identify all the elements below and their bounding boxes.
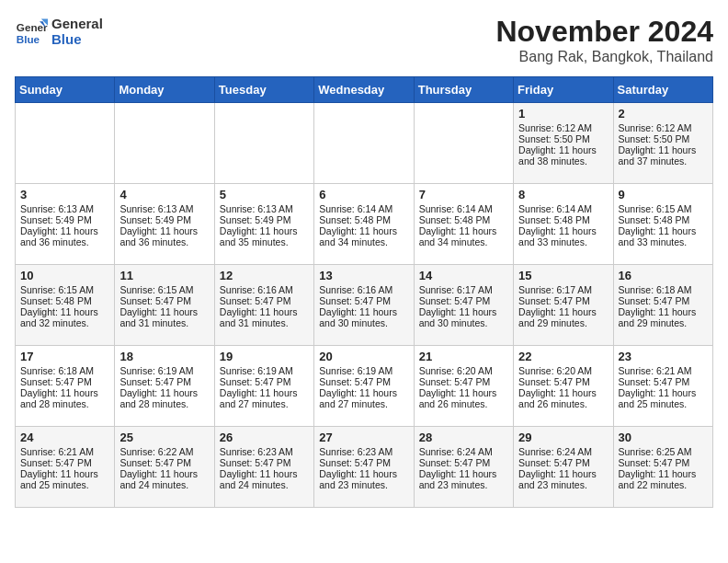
- cell-info: Sunset: 5:48 PM: [20, 295, 109, 306]
- day-number: 1: [518, 107, 608, 121]
- calendar-cell: 10Sunrise: 6:15 AMSunset: 5:48 PMDayligh…: [16, 265, 115, 346]
- cell-info: Sunset: 5:47 PM: [220, 295, 309, 306]
- calendar-cell: 13Sunrise: 6:16 AMSunset: 5:47 PMDayligh…: [314, 265, 414, 346]
- calendar-cell: 2Sunrise: 6:12 AMSunset: 5:50 PMDaylight…: [613, 103, 712, 184]
- cell-info: Sunrise: 6:20 AM: [518, 365, 608, 376]
- cell-info: Sunrise: 6:22 AM: [119, 446, 209, 457]
- cell-info: Daylight: 11 hours and 37 minutes.: [619, 144, 708, 167]
- day-number: 8: [518, 188, 608, 201]
- cell-info: Sunrise: 6:15 AM: [619, 203, 708, 214]
- week-row-2: 10Sunrise: 6:15 AMSunset: 5:48 PMDayligh…: [16, 265, 713, 346]
- calendar-cell: [16, 103, 115, 184]
- day-number: 10: [20, 269, 109, 282]
- month-title: November 2024: [495, 15, 713, 49]
- cell-info: Sunrise: 6:19 AM: [319, 365, 408, 376]
- cell-info: Sunrise: 6:24 AM: [518, 446, 608, 457]
- day-number: 15: [518, 269, 608, 282]
- cell-info: Sunset: 5:47 PM: [119, 295, 209, 306]
- calendar-cell: [314, 103, 414, 184]
- location-title: Bang Rak, Bangkok, Thailand: [495, 49, 713, 65]
- calendar-cell: 20Sunrise: 6:19 AMSunset: 5:47 PMDayligh…: [314, 346, 414, 427]
- cell-info: Daylight: 11 hours and 38 minutes.: [518, 144, 608, 167]
- title-area: November 2024 Bang Rak, Bangkok, Thailan…: [495, 15, 713, 65]
- cell-info: Sunset: 5:47 PM: [619, 295, 708, 306]
- day-number: 24: [20, 431, 109, 444]
- cell-info: Sunrise: 6:19 AM: [119, 365, 209, 376]
- cell-info: Daylight: 11 hours and 30 minutes.: [319, 306, 408, 328]
- cell-info: Sunrise: 6:13 AM: [119, 203, 209, 214]
- cell-info: Sunset: 5:47 PM: [319, 295, 408, 306]
- day-number: 7: [419, 188, 508, 201]
- calendar-cell: 19Sunrise: 6:19 AMSunset: 5:47 PMDayligh…: [214, 346, 313, 427]
- cell-info: Daylight: 11 hours and 36 minutes.: [119, 225, 209, 247]
- day-number: 4: [119, 188, 209, 201]
- calendar-cell: 14Sunrise: 6:17 AMSunset: 5:47 PMDayligh…: [414, 265, 513, 346]
- calendar-cell: 11Sunrise: 6:15 AMSunset: 5:47 PMDayligh…: [115, 265, 214, 346]
- cell-info: Daylight: 11 hours and 34 minutes.: [319, 225, 408, 247]
- cell-info: Daylight: 11 hours and 23 minutes.: [319, 468, 408, 490]
- day-number: 9: [619, 188, 708, 201]
- calendar-cell: 16Sunrise: 6:18 AMSunset: 5:47 PMDayligh…: [613, 265, 712, 346]
- cell-info: Daylight: 11 hours and 29 minutes.: [619, 306, 708, 328]
- cell-info: Sunrise: 6:13 AM: [20, 203, 109, 214]
- cell-info: Sunset: 5:48 PM: [518, 214, 608, 225]
- cell-info: Sunrise: 6:12 AM: [619, 122, 708, 133]
- cell-info: Sunset: 5:49 PM: [220, 214, 309, 225]
- day-number: 29: [518, 431, 608, 444]
- cell-info: Daylight: 11 hours and 27 minutes.: [319, 387, 408, 409]
- cell-info: Daylight: 11 hours and 35 minutes.: [220, 225, 309, 247]
- header-cell-sunday: Sunday: [16, 77, 115, 103]
- cell-info: Sunrise: 6:15 AM: [20, 284, 109, 295]
- cell-info: Daylight: 11 hours and 33 minutes.: [518, 225, 608, 247]
- week-row-3: 17Sunrise: 6:18 AMSunset: 5:47 PMDayligh…: [16, 346, 713, 427]
- cell-info: Sunrise: 6:21 AM: [619, 365, 708, 376]
- cell-info: Sunset: 5:47 PM: [319, 376, 408, 387]
- cell-info: Sunset: 5:47 PM: [419, 295, 508, 306]
- day-number: 30: [619, 431, 708, 444]
- calendar-cell: 5Sunrise: 6:13 AMSunset: 5:49 PMDaylight…: [214, 184, 313, 265]
- day-number: 20: [319, 350, 408, 363]
- cell-info: Daylight: 11 hours and 22 minutes.: [619, 468, 708, 490]
- calendar-cell: 15Sunrise: 6:17 AMSunset: 5:47 PMDayligh…: [514, 265, 613, 346]
- calendar-cell: 6Sunrise: 6:14 AMSunset: 5:48 PMDaylight…: [314, 184, 414, 265]
- week-row-0: 1Sunrise: 6:12 AMSunset: 5:50 PMDaylight…: [16, 103, 713, 184]
- week-row-4: 24Sunrise: 6:21 AMSunset: 5:47 PMDayligh…: [16, 427, 713, 508]
- cell-info: Sunrise: 6:16 AM: [220, 284, 309, 295]
- calendar-cell: 18Sunrise: 6:19 AMSunset: 5:47 PMDayligh…: [115, 346, 214, 427]
- day-number: 13: [319, 269, 408, 282]
- day-number: 6: [319, 188, 408, 201]
- calendar-cell: 21Sunrise: 6:20 AMSunset: 5:47 PMDayligh…: [414, 346, 513, 427]
- day-number: 27: [319, 431, 408, 444]
- day-number: 12: [220, 269, 309, 282]
- cell-info: Sunrise: 6:19 AM: [220, 365, 309, 376]
- cell-info: Sunset: 5:50 PM: [518, 133, 608, 144]
- calendar-cell: 26Sunrise: 6:23 AMSunset: 5:47 PMDayligh…: [214, 427, 313, 508]
- day-number: 16: [619, 269, 708, 282]
- cell-info: Sunset: 5:47 PM: [119, 376, 209, 387]
- calendar-cell: 17Sunrise: 6:18 AMSunset: 5:47 PMDayligh…: [16, 346, 115, 427]
- day-number: 11: [119, 269, 209, 282]
- cell-info: Sunset: 5:47 PM: [419, 457, 508, 468]
- cell-info: Daylight: 11 hours and 25 minutes.: [20, 468, 109, 490]
- cell-info: Sunset: 5:49 PM: [119, 214, 209, 225]
- cell-info: Sunrise: 6:17 AM: [518, 284, 608, 295]
- calendar-cell: 25Sunrise: 6:22 AMSunset: 5:47 PMDayligh…: [115, 427, 214, 508]
- cell-info: Daylight: 11 hours and 36 minutes.: [20, 225, 109, 247]
- calendar-cell: 9Sunrise: 6:15 AMSunset: 5:48 PMDaylight…: [613, 184, 712, 265]
- cell-info: Sunrise: 6:21 AM: [20, 446, 109, 457]
- calendar-cell: [414, 103, 513, 184]
- header-cell-wednesday: Wednesday: [314, 77, 414, 103]
- cell-info: Sunset: 5:47 PM: [20, 457, 109, 468]
- calendar-cell: 29Sunrise: 6:24 AMSunset: 5:47 PMDayligh…: [514, 427, 613, 508]
- calendar-cell: 12Sunrise: 6:16 AMSunset: 5:47 PMDayligh…: [214, 265, 313, 346]
- cell-info: Sunset: 5:48 PM: [619, 214, 708, 225]
- day-number: 17: [20, 350, 109, 363]
- cell-info: Daylight: 11 hours and 27 minutes.: [220, 387, 309, 409]
- cell-info: Sunrise: 6:14 AM: [419, 203, 508, 214]
- cell-info: Sunset: 5:49 PM: [20, 214, 109, 225]
- cell-info: Sunrise: 6:20 AM: [419, 365, 508, 376]
- cell-info: Daylight: 11 hours and 29 minutes.: [518, 306, 608, 328]
- week-row-1: 3Sunrise: 6:13 AMSunset: 5:49 PMDaylight…: [16, 184, 713, 265]
- header-cell-monday: Monday: [115, 77, 214, 103]
- cell-info: Sunset: 5:48 PM: [319, 214, 408, 225]
